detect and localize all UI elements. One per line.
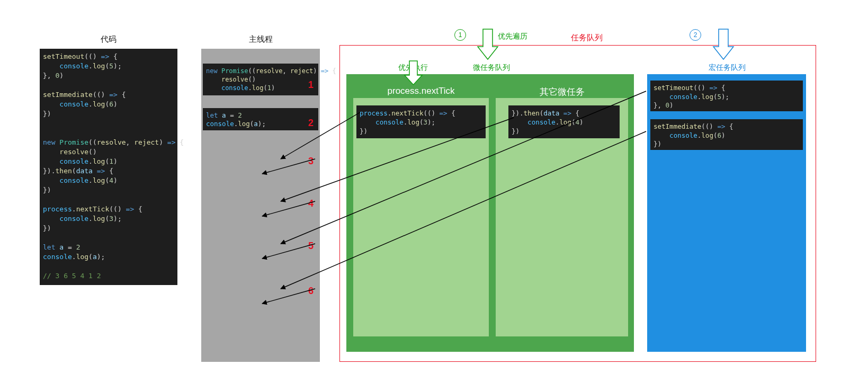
main-step-5: 5 <box>308 241 314 252</box>
main-step-6: 6 <box>308 286 314 297</box>
macro-queue-label: 宏任务队列 <box>709 63 746 73</box>
snippet-let-a: let a = 2 console.log(a); <box>203 108 318 130</box>
macro-task-box <box>647 74 806 352</box>
main-step-4: 4 <box>308 198 314 209</box>
diagram-stage: 代码 setTimeout(() => { console.log(5); },… <box>0 0 868 391</box>
micro-col-other-title: 其它微任务 <box>496 86 628 98</box>
main-step-3: 3 <box>308 156 314 167</box>
snippet-promise: new Promise((resolve, reject) => { resol… <box>203 64 318 95</box>
micro-col-nexttick-title: process.nextTick <box>353 86 489 96</box>
snippet-nexttick: process.nextTick(() => { console.log(3);… <box>356 105 486 138</box>
code-editor: setTimeout(() => { console.log(5); }, 0)… <box>40 49 177 285</box>
main-step-1: 1 <box>308 79 314 91</box>
snippet-setimmediate: setImmediate(() => { console.log(6) }) <box>650 119 803 150</box>
circle-number-2: 2 <box>690 29 701 41</box>
snippet-then: }).then(data => { console.log(4) }) <box>508 105 620 138</box>
micro-queue-label: 微任务队列 <box>473 63 510 73</box>
snippet-settimeout: setTimeout(() => { console.log(5); }, 0) <box>650 81 803 111</box>
main-step-2: 2 <box>308 118 314 129</box>
priority-traverse-label: 优先遍历 <box>498 32 527 41</box>
main-thread-title: 主线程 <box>201 34 320 45</box>
priority-execute-label: 优先执行 <box>398 63 428 73</box>
circle-number-1: 1 <box>454 29 466 41</box>
task-queue-label: 任务队列 <box>571 33 603 43</box>
code-title: 代码 <box>40 34 177 45</box>
main-thread-column <box>201 49 320 362</box>
